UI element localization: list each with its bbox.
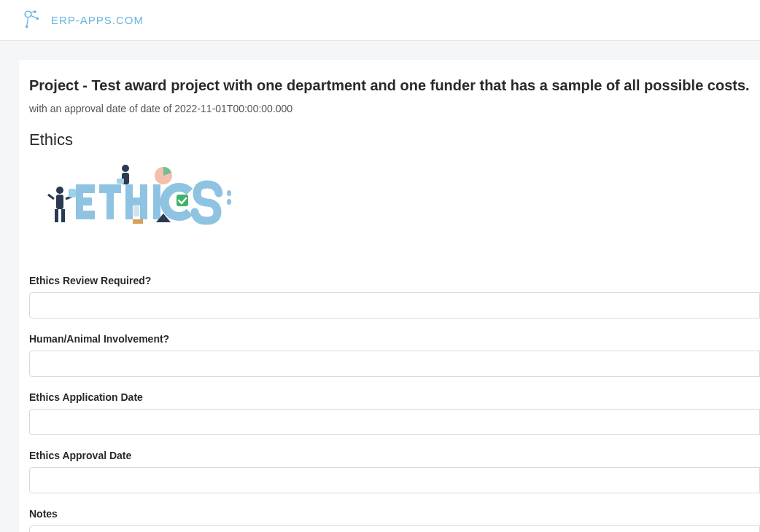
svg-point-3 bbox=[26, 25, 28, 28]
svg-rect-28 bbox=[153, 184, 160, 219]
svg-rect-27 bbox=[133, 206, 139, 216]
label-ethics-approval-date: Ethics Approval Date bbox=[29, 450, 760, 461]
brand-logo[interactable]: ERP-APPS.COM bbox=[22, 8, 144, 33]
field-ethics-application-date: Ethics Application Date bbox=[29, 391, 760, 435]
label-notes: Notes bbox=[29, 508, 760, 520]
svg-rect-30 bbox=[133, 219, 143, 224]
svg-line-11 bbox=[48, 195, 54, 199]
field-human-animal-involvement: Human/Animal Involvement? bbox=[29, 333, 760, 377]
brand-name: ERP-APPS.COM bbox=[51, 14, 144, 26]
svg-line-4 bbox=[30, 12, 34, 12]
svg-point-2 bbox=[36, 17, 39, 20]
topbar: ERP-APPS.COM bbox=[0, 0, 760, 41]
svg-rect-21 bbox=[76, 211, 95, 219]
field-notes: Notes bbox=[29, 508, 760, 532]
svg-rect-9 bbox=[55, 209, 58, 222]
svg-point-7 bbox=[56, 187, 63, 194]
page-title: Project - Test award project with one de… bbox=[29, 77, 760, 94]
svg-rect-23 bbox=[106, 184, 114, 219]
svg-rect-10 bbox=[61, 209, 65, 222]
main-card: Project - Test award project with one de… bbox=[19, 60, 760, 532]
field-ethics-review-required: Ethics Review Required? bbox=[29, 275, 760, 318]
svg-point-32 bbox=[227, 199, 231, 205]
label-ethics-application-date: Ethics Application Date bbox=[29, 391, 760, 403]
svg-rect-16 bbox=[117, 179, 124, 184]
svg-rect-8 bbox=[56, 195, 63, 209]
svg-line-6 bbox=[27, 17, 28, 25]
svg-line-5 bbox=[31, 15, 36, 17]
label-human-animal-involvement: Human/Animal Involvement? bbox=[29, 333, 760, 345]
content-wrap: Project - Test award project with one de… bbox=[0, 41, 760, 532]
network-icon bbox=[22, 8, 47, 33]
svg-point-31 bbox=[227, 190, 231, 196]
page-subtitle: with an approval date of date of 2022-11… bbox=[29, 103, 760, 114]
textarea-notes[interactable] bbox=[29, 525, 760, 532]
input-ethics-application-date[interactable] bbox=[29, 409, 760, 435]
field-ethics-approval-date: Ethics Approval Date bbox=[29, 450, 760, 493]
svg-rect-26 bbox=[125, 197, 147, 206]
svg-point-14 bbox=[122, 165, 129, 172]
svg-rect-13 bbox=[69, 189, 76, 197]
input-ethics-review-required[interactable] bbox=[29, 292, 760, 318]
svg-rect-19 bbox=[76, 184, 95, 193]
input-human-animal-involvement[interactable] bbox=[29, 351, 760, 377]
section-heading: Ethics bbox=[29, 130, 760, 149]
svg-rect-20 bbox=[76, 197, 92, 206]
ethics-hero-graphic bbox=[47, 163, 760, 238]
input-ethics-approval-date[interactable] bbox=[29, 467, 760, 493]
svg-point-1 bbox=[34, 10, 36, 13]
label-ethics-review-required: Ethics Review Required? bbox=[29, 275, 760, 286]
